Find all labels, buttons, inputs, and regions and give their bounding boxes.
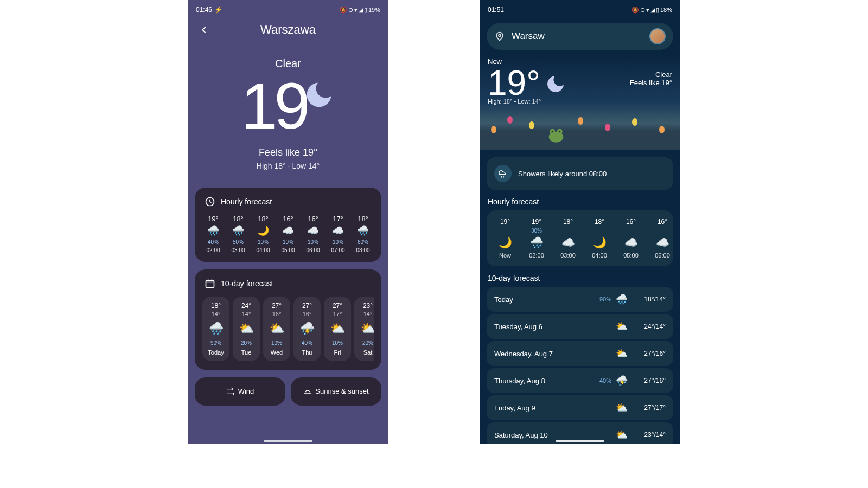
battery-pct: 18%: [660, 7, 672, 13]
hour-column[interactable]: 18° ☁️ 03:00: [554, 218, 582, 259]
hour-temp: 18°: [595, 218, 604, 226]
hour-time: 05:00: [281, 247, 295, 253]
day-column[interactable]: 18° 14° 🌧️ 90% Today: [202, 297, 229, 361]
day-name: Saturday, Aug 10: [494, 431, 597, 439]
day-column[interactable]: 24° 14° ⛅ 20% Tue: [233, 297, 260, 361]
day-hilo: 27°/16°: [637, 350, 666, 357]
hero-hilo: High: 18° • Low: 14°: [488, 98, 672, 105]
precip-chance: 40%: [208, 239, 219, 245]
day-name: Tue: [241, 349, 252, 356]
battery-icon: ▯: [364, 7, 367, 14]
precip-chance: 40%: [597, 377, 611, 384]
hour-column[interactable]: 19° 🌧️ 40% 02:00: [202, 215, 224, 253]
day-name: Wed: [271, 349, 283, 356]
daily-row[interactable]: Friday, Aug 9 ⛅ 27°/17°: [487, 395, 673, 420]
sunrise-icon: [303, 387, 312, 396]
feels-like: Feels like 19°: [188, 147, 388, 158]
daily-row[interactable]: Thursday, Aug 8 40% ⛈️ 27°/16°: [487, 368, 673, 393]
day-column[interactable]: 27° 16° ⛅ 10% Wed: [263, 297, 290, 361]
hour-column[interactable]: 19° 30% 🌧️ 02:00: [522, 218, 551, 259]
hour-time: 02:00: [529, 252, 544, 259]
status-bar: 01:51 🔕 ⊖ ▾ ◢ ▯ 18%: [480, 0, 680, 17]
day-high: 27°: [272, 302, 282, 310]
weather-icon: 🌙: [499, 236, 512, 249]
hour-column[interactable]: 16° ☁️ 06:00: [648, 218, 673, 259]
precip-chance: 40%: [302, 340, 312, 346]
hour-column[interactable]: 16° ☁️ 05:00: [617, 218, 645, 259]
mute-icon: 🔕: [340, 7, 347, 14]
hour-time: 06:00: [655, 252, 670, 259]
dnd-icon: ⊖: [348, 7, 353, 14]
daily-row[interactable]: Tuesday, Aug 6 ⛅ 24°/14°: [487, 314, 673, 339]
weather-icon: 🌧️: [207, 225, 219, 237]
day-name: Today: [494, 296, 597, 304]
hour-temp: 18°: [258, 215, 269, 223]
day-high: 18°: [211, 302, 221, 310]
weather-icon: ☁️: [282, 225, 294, 237]
daily-forecast-card[interactable]: 10-day forecast 18° 14° 🌧️ 90% Today24° …: [195, 269, 381, 370]
hour-column[interactable]: 16° ☁️ 10% 05:00: [277, 215, 299, 253]
hour-time: 08:00: [356, 247, 369, 253]
hour-column[interactable]: 18° 🌙 10% 04:00: [252, 215, 274, 253]
weather-icon: ☁️: [332, 225, 344, 237]
day-hilo: 18°/14°: [637, 296, 666, 303]
svg-rect-1: [206, 280, 214, 287]
precip-chance: 60%: [358, 239, 368, 245]
daily-row[interactable]: Wednesday, Aug 7 ⛅ 27°/16°: [487, 341, 673, 366]
hour-time: 06:00: [306, 247, 320, 253]
hour-column[interactable]: 16° ☁️ 10% 06:00: [302, 215, 324, 253]
hour-temp: 16°: [658, 218, 667, 226]
rain-icon: [498, 169, 508, 178]
hour-time: Now: [499, 252, 511, 259]
weather-icon: ☁️: [561, 236, 575, 249]
hour-column[interactable]: 18° 🌙 04:00: [585, 218, 614, 259]
status-time: 01:46: [196, 6, 212, 14]
precip-chance: 10%: [271, 340, 282, 346]
hourly-forecast-card[interactable]: 19° 🌙 Now19° 30% 🌧️ 02:0018° ☁️ 03:0018°…: [487, 210, 673, 266]
weather-icon: 🌧️: [616, 293, 628, 305]
home-indicator[interactable]: [556, 440, 604, 442]
battery-icon: ▯: [656, 7, 659, 14]
daily-row[interactable]: Today 90% 🌧️ 18°/14°: [487, 287, 673, 312]
avatar[interactable]: [649, 28, 666, 44]
day-name: Tuesday, Aug 6: [494, 323, 597, 331]
day-column[interactable]: 23° 14° ⛅ 20% Sat: [354, 297, 374, 361]
moon-icon: [303, 79, 335, 111]
hourly-forecast-card[interactable]: Hourly forecast 19° 🌧️ 40% 02:0018° 🌧️ 5…: [195, 188, 381, 262]
hour-temp: 16°: [626, 218, 636, 226]
search-bar[interactable]: Warsaw: [487, 23, 673, 50]
charging-icon: ⚡: [214, 6, 222, 14]
moon-icon: [545, 73, 566, 95]
hour-temp: 19°: [532, 218, 541, 226]
daily-forecast-list[interactable]: Today 90% 🌧️ 18°/14°Tuesday, Aug 6 ⛅ 24°…: [487, 287, 673, 444]
day-hilo: 27°/16°: [637, 377, 666, 384]
weather-icon: 🌧️: [357, 225, 369, 237]
hour-column[interactable]: 19° 🌙 Now: [491, 218, 519, 259]
hour-column[interactable]: 18° 🌧️ 50% 03:00: [227, 215, 249, 253]
hour-time: 03:00: [231, 247, 245, 253]
home-indicator[interactable]: [264, 440, 312, 442]
weather-icon: ⛅: [616, 320, 628, 332]
precip-chance: 50%: [233, 239, 244, 245]
hour-column[interactable]: 18° 🌧️ 60% 08:00: [352, 215, 374, 253]
precip-chance: 30%: [531, 228, 542, 234]
daily-title: 10-day forecast: [221, 279, 273, 288]
wind-card[interactable]: Wind: [195, 377, 285, 406]
hero-condition: Clear: [630, 70, 672, 79]
day-column[interactable]: 27° 17° ⛅ 10% Fri: [324, 297, 351, 361]
wind-label: Wind: [238, 387, 254, 395]
hour-temp: 17°: [333, 215, 343, 223]
phone-left: 01:46 ⚡ 🔕 ⊖ ▾ ◢ ▯ 19% Warszawa Clear 19 …: [188, 0, 388, 444]
alert-text: Showers likely around 08:00: [518, 170, 607, 178]
weather-icon: ☁️: [656, 236, 669, 249]
day-column[interactable]: 27° 16° ⛈️ 40% Thu: [293, 297, 321, 361]
sunrise-card[interactable]: Sunrise & sunset: [291, 377, 381, 406]
weather-icon: ☁️: [307, 225, 319, 237]
weather-icon: ⛅: [330, 322, 345, 336]
hour-temp: 18°: [563, 218, 573, 226]
hour-column[interactable]: 17° ☁️ 10% 07:00: [327, 215, 349, 253]
weather-alert[interactable]: Showers likely around 08:00: [487, 157, 673, 190]
phone-right: 01:51 🔕 ⊖ ▾ ◢ ▯ 18% Warsaw Now 19° High:…: [480, 0, 680, 444]
clock-icon: [205, 196, 215, 207]
day-name: Fri: [334, 349, 341, 356]
